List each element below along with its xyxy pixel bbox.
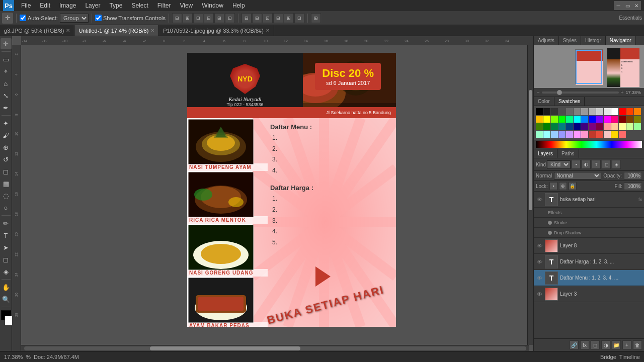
opacity-input[interactable]: [624, 172, 642, 179]
swatch[interactable]: [619, 108, 626, 115]
move-tool[interactable]: ✛: [1, 38, 12, 49]
tab-histogr[interactable]: Histogr: [581, 36, 606, 45]
vertical-scrollbar[interactable]: [527, 45, 533, 345]
swatch[interactable]: [604, 108, 611, 115]
swatch[interactable]: [596, 123, 603, 130]
layer-stroke-effect[interactable]: Stroke: [534, 218, 644, 228]
add-mask-button[interactable]: ◻: [591, 340, 600, 349]
swatch[interactable]: [551, 131, 558, 138]
dist-left-button[interactable]: ⊟: [273, 13, 283, 23]
layer-filter-shape[interactable]: ◻: [602, 160, 611, 169]
layer-effects-group[interactable]: Effects: [534, 208, 644, 218]
swatch[interactable]: [558, 123, 566, 130]
hand-tool[interactable]: ✋: [1, 282, 12, 293]
swatch[interactable]: [536, 123, 543, 130]
layer-item-8[interactable]: 👁 Layer 8: [534, 238, 644, 254]
v-scroll-thumb[interactable]: [529, 90, 532, 210]
tab-adjusts[interactable]: Adjusts: [534, 36, 559, 45]
swatch[interactable]: [596, 108, 603, 115]
menu-filter[interactable]: Filter: [153, 1, 175, 10]
layer-filter-select[interactable]: Kind: [547, 160, 571, 169]
tab-color[interactable]: Color: [534, 97, 554, 106]
swatch[interactable]: [619, 131, 626, 138]
swatch[interactable]: [634, 123, 641, 130]
eraser-tool[interactable]: ◻: [1, 166, 12, 177]
lasso-tool[interactable]: ⌖: [1, 66, 12, 77]
swatch[interactable]: [626, 108, 633, 115]
swatch[interactable]: [604, 131, 611, 138]
tab-2[interactable]: P1070592-1.jpeg.jpg @ 33.3% (RGB/8#) ✕: [159, 25, 274, 36]
swatch[interactable]: [551, 123, 558, 130]
new-adjustment-button[interactable]: ◑: [601, 340, 610, 349]
lock-all-button[interactable]: 🔒: [569, 182, 577, 190]
swatch[interactable]: [581, 123, 588, 130]
swatch[interactable]: [566, 123, 573, 130]
layer-vis-menu[interactable]: 👁: [536, 275, 543, 282]
swatch[interactable]: [566, 116, 573, 123]
tab-paths[interactable]: Paths: [557, 149, 579, 158]
dist-right-button[interactable]: ⊡: [294, 13, 304, 23]
auto-select-checkbox[interactable]: [20, 15, 26, 21]
swatch[interactable]: [634, 108, 641, 115]
swatch[interactable]: [574, 123, 581, 130]
swatch[interactable]: [574, 108, 581, 115]
layer-item-3[interactable]: 👁 Layer 3: [534, 286, 644, 302]
tab-swatches[interactable]: Swatches: [554, 97, 585, 106]
3d-tool[interactable]: ◈: [1, 266, 12, 277]
menu-select[interactable]: Select: [127, 1, 152, 10]
delete-layer-button[interactable]: 🗑: [633, 340, 642, 349]
move-tool-icon[interactable]: ✛: [2, 13, 13, 24]
align-bottom-button[interactable]: ⊡: [225, 13, 235, 23]
tab-styles[interactable]: Styles: [559, 36, 581, 45]
swatch[interactable]: [543, 131, 550, 138]
menu-image[interactable]: Image: [55, 1, 80, 10]
dist-horiz-button[interactable]: ⊞: [284, 13, 294, 23]
menu-window[interactable]: Window: [198, 1, 227, 10]
tab-0[interactable]: g3.JPG @ 50% (RGB/8) ✕: [0, 25, 74, 36]
brush-tool[interactable]: 🖌: [1, 130, 12, 141]
link-layers-button[interactable]: 🔗: [570, 340, 579, 349]
layer-filter-adjust[interactable]: ◐: [582, 160, 591, 169]
swatch[interactable]: [589, 116, 596, 123]
lock-pixels-button[interactable]: ▪: [549, 182, 557, 190]
swatch[interactable]: [574, 116, 581, 123]
layer-item-harga[interactable]: 👁 T Daftar Harga : 1. 2. 3. ...: [534, 254, 644, 270]
swatch[interactable]: [543, 116, 550, 123]
swatch[interactable]: [581, 108, 588, 115]
swatch[interactable]: [634, 116, 641, 123]
group-select[interactable]: Group: [60, 14, 89, 23]
swatch[interactable]: [596, 131, 603, 138]
align-middle-button[interactable]: ⊞: [214, 13, 224, 23]
tab-2-close[interactable]: ✕: [266, 28, 270, 33]
swatch[interactable]: [611, 123, 618, 130]
blur-tool[interactable]: ◌: [1, 190, 12, 201]
swatch[interactable]: [558, 108, 566, 115]
swatch[interactable]: [611, 131, 618, 138]
history-brush-tool[interactable]: ↺: [1, 154, 12, 165]
swatch[interactable]: [558, 131, 566, 138]
swatch[interactable]: [619, 116, 626, 123]
swatch[interactable]: [574, 131, 581, 138]
swatch[interactable]: [596, 116, 603, 123]
swatch[interactable]: [566, 108, 573, 115]
canvas-area[interactable]: -14-12-10 -8-6-4 -202 468 101214 161820 …: [12, 36, 533, 351]
layer-item-buka[interactable]: 👁 T buka setiap hari fx: [534, 192, 644, 208]
text-tool[interactable]: T: [1, 230, 12, 241]
menu-layer[interactable]: Layer: [81, 1, 104, 10]
essentials-label[interactable]: Essentials: [619, 15, 642, 21]
layer-vis-8[interactable]: 👁: [536, 242, 543, 249]
zoom-tool[interactable]: 🔍: [1, 294, 12, 305]
marquee-tool[interactable]: ▭: [1, 54, 12, 65]
gradient-tool[interactable]: ▦: [1, 178, 12, 189]
layer-vis-buka[interactable]: 👁: [536, 196, 543, 203]
show-transform-checkbox[interactable]: [95, 15, 102, 21]
swatch[interactable]: [543, 123, 550, 130]
zoom-out-icon[interactable]: −: [537, 89, 540, 95]
swatch[interactable]: [558, 116, 566, 123]
timeline-label[interactable]: Timeline: [619, 354, 640, 360]
layer-filter-pixel[interactable]: ▪: [572, 160, 581, 169]
swatch[interactable]: [581, 131, 588, 138]
layer-filter-smart[interactable]: ◈: [612, 160, 621, 169]
layer-style-button[interactable]: fx: [580, 340, 589, 349]
dodge-tool[interactable]: ○: [1, 202, 12, 213]
